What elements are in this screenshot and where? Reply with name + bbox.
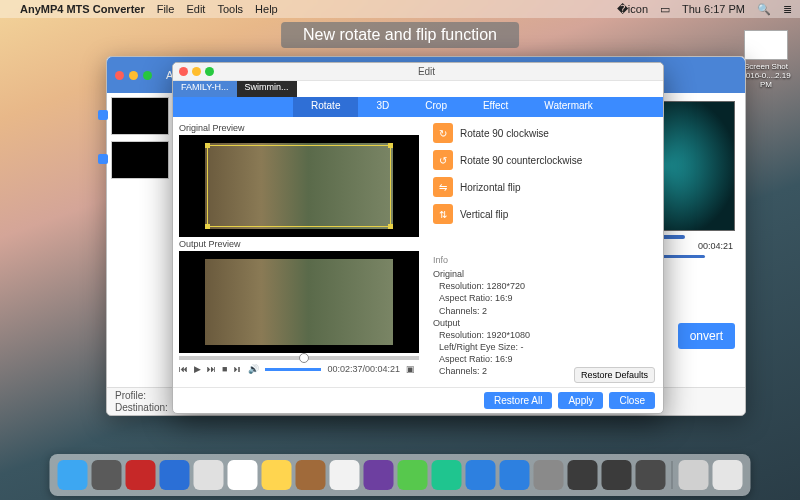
menu-help[interactable]: Help: [255, 3, 278, 15]
flag-icon[interactable]: ▭: [660, 3, 670, 16]
menubar-clock[interactable]: Thu 6:17 PM: [682, 3, 745, 15]
contacts-icon[interactable]: [194, 460, 224, 490]
safari-icon[interactable]: [126, 460, 156, 490]
tab-effect[interactable]: Effect: [465, 97, 526, 117]
checkbox-icon[interactable]: [98, 154, 108, 164]
crop-handle-icon[interactable]: [205, 224, 210, 229]
checkbox-icon[interactable]: [98, 110, 108, 120]
dock: [50, 454, 751, 496]
trash-icon[interactable]: [713, 460, 743, 490]
photobooth-icon[interactable]: [432, 460, 462, 490]
apply-button[interactable]: Apply: [558, 392, 603, 409]
appstore-icon[interactable]: [500, 460, 530, 490]
file-tab[interactable]: Swimmin...: [237, 81, 297, 97]
rotate-ccw-option[interactable]: ↺Rotate 90 counterclockwise: [433, 150, 655, 170]
close-icon[interactable]: [115, 71, 124, 80]
flip-h-icon: ⇋: [433, 177, 453, 197]
tab-crop[interactable]: Crop: [407, 97, 465, 117]
function-tab-bar: Rotate 3D Crop Effect Watermark: [173, 97, 663, 117]
play-icon[interactable]: ▶: [194, 364, 201, 374]
edit-dialog: Edit FAMILY-H... Swimmin... Rotate 3D Cr…: [172, 62, 664, 414]
crop-handle-icon[interactable]: [388, 224, 393, 229]
volume-slider[interactable]: [265, 368, 321, 371]
crop-handle-icon[interactable]: [205, 143, 210, 148]
banner-caption: New rotate and flip function: [281, 22, 519, 48]
desktop-file-label: Screen Shot 2016-0....2.19 PM: [740, 62, 792, 89]
tab-3d[interactable]: 3D: [358, 97, 407, 117]
menu-extra-icon[interactable]: ≣: [783, 3, 792, 16]
menu-file[interactable]: File: [157, 3, 175, 15]
volume-icon[interactable]: 🔊: [248, 364, 259, 374]
slider-thumb-icon[interactable]: [299, 353, 309, 363]
stop-icon[interactable]: ■: [222, 364, 227, 374]
rotate-cw-icon: ↻: [433, 123, 453, 143]
timecode: 00:02:37/00:04:21: [327, 364, 400, 374]
output-preview-label: Output Preview: [179, 239, 421, 249]
finder-icon[interactable]: [58, 460, 88, 490]
preferences-icon[interactable]: [534, 460, 564, 490]
calendar-icon[interactable]: [228, 460, 258, 490]
info-panel: Info Original Resolution: 1280*720 Aspec…: [433, 254, 655, 377]
flip-v-icon: ⇅: [433, 204, 453, 224]
tab-watermark[interactable]: Watermark: [526, 97, 611, 117]
snapshot-icon[interactable]: ▣: [406, 364, 415, 374]
restore-defaults-button[interactable]: Restore Defaults: [574, 367, 655, 383]
menu-tools[interactable]: Tools: [217, 3, 243, 15]
wifi-icon[interactable]: �icon: [617, 3, 648, 16]
crop-handle-icon[interactable]: [388, 143, 393, 148]
mail-icon[interactable]: [160, 460, 190, 490]
flip-h-option[interactable]: ⇋Horizontal flip: [433, 177, 655, 197]
file-sidebar: [107, 93, 177, 387]
downloads-icon[interactable]: [679, 460, 709, 490]
transport-controls: ⏮ ▶ ⏭ ■ ⏯ 🔊 00:02:37/00:04:21 ▣: [179, 364, 421, 374]
list-item[interactable]: [111, 97, 169, 135]
close-icon[interactable]: [179, 67, 188, 76]
step-icon[interactable]: ⏯: [233, 364, 242, 374]
rotate-cw-option[interactable]: ↻Rotate 90 clockwise: [433, 123, 655, 143]
original-preview: [179, 135, 419, 237]
file-tab[interactable]: FAMILY-H...: [173, 81, 237, 97]
screenshot-thumb-icon: [744, 30, 788, 60]
convert-button[interactable]: onvert: [678, 323, 735, 349]
facetime-icon[interactable]: [398, 460, 428, 490]
zoom-icon[interactable]: [143, 71, 152, 80]
notes-icon[interactable]: [262, 460, 292, 490]
messages-icon[interactable]: [364, 460, 394, 490]
scrub-slider[interactable]: [179, 356, 419, 360]
close-button[interactable]: Close: [609, 392, 655, 409]
restore-all-button[interactable]: Restore All: [484, 392, 552, 409]
list-item[interactable]: [111, 141, 169, 179]
reminders-icon[interactable]: [296, 460, 326, 490]
desktop-file-icon[interactable]: Screen Shot 2016-0....2.19 PM: [740, 30, 792, 89]
tab-rotate[interactable]: Rotate: [293, 97, 358, 117]
mac-menubar: AnyMP4 MTS Converter File Edit Tools Hel…: [0, 0, 800, 18]
crop-outline[interactable]: [207, 145, 391, 227]
spotlight-icon[interactable]: 🔍: [757, 3, 771, 16]
launchpad-icon[interactable]: [92, 460, 122, 490]
dialog-title: Edit: [190, 66, 663, 77]
dock-separator: [672, 461, 673, 489]
prev-icon[interactable]: ⏮: [179, 364, 188, 374]
app-icon[interactable]: [568, 460, 598, 490]
rotate-ccw-icon: ↺: [433, 150, 453, 170]
minimize-icon[interactable]: [129, 71, 138, 80]
original-preview-label: Original Preview: [179, 123, 421, 133]
next-icon[interactable]: ⏭: [207, 364, 216, 374]
itunes-icon[interactable]: [466, 460, 496, 490]
preview-time: 00:04:21: [698, 241, 733, 251]
maps-icon[interactable]: [330, 460, 360, 490]
flip-v-option[interactable]: ⇅Vertical flip: [433, 204, 655, 224]
file-tab-bar: FAMILY-H... Swimmin...: [173, 81, 663, 97]
output-preview: [179, 251, 419, 353]
menubar-app-name[interactable]: AnyMP4 MTS Converter: [20, 3, 145, 15]
menu-edit[interactable]: Edit: [186, 3, 205, 15]
app-icon[interactable]: [636, 460, 666, 490]
app-icon[interactable]: [602, 460, 632, 490]
